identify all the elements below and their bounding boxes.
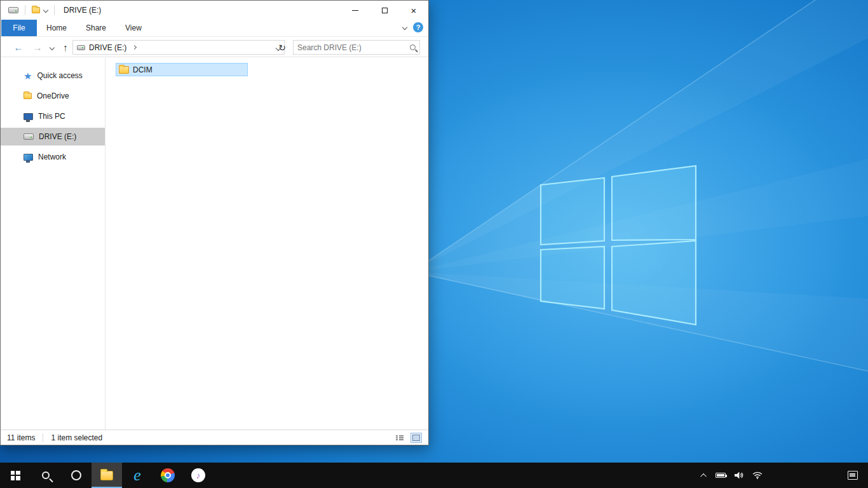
- ribbon-tab-bar: File Home Share View: [1, 20, 428, 36]
- folder-icon[interactable]: [32, 7, 40, 13]
- tab-share[interactable]: Share: [76, 20, 116, 36]
- sidebar-item-label: OneDrive: [37, 92, 69, 100]
- file-explorer-icon: [100, 471, 113, 480]
- start-button[interactable]: [0, 463, 31, 488]
- music-note-icon: ♪: [196, 471, 201, 480]
- cortana-icon: [71, 470, 81, 480]
- navigation-bar: ← → ↑ DRIVE (E:) ↻: [1, 36, 428, 57]
- navigation-pane: ★ Quick access OneDrive This PC DRIVE (E…: [1, 58, 105, 430]
- sidebar-item-network[interactable]: Network: [1, 148, 105, 166]
- sidebar-item-label: This PC: [38, 112, 65, 121]
- cortana-button[interactable]: [61, 463, 92, 488]
- taskbar-search-button[interactable]: [31, 463, 61, 488]
- itunes-button[interactable]: ♪: [183, 463, 214, 488]
- tab-home[interactable]: Home: [37, 20, 76, 36]
- selection-count: 1 item selected: [51, 433, 102, 442]
- windows-logo-icon: [11, 471, 20, 480]
- recent-locations-dropdown[interactable]: [46, 37, 58, 58]
- maximize-button[interactable]: [370, 1, 399, 20]
- itunes-icon: ♪: [191, 468, 205, 482]
- breadcrumb-path[interactable]: DRIVE (E:): [89, 43, 126, 52]
- details-view-icon: [396, 435, 403, 441]
- divider: [25, 5, 25, 15]
- tab-view[interactable]: View: [116, 20, 151, 36]
- taskbar: e ♪: [0, 463, 868, 488]
- large-icons-view-icon: [412, 435, 420, 441]
- items-count: 11 items: [7, 433, 35, 442]
- volume-icon[interactable]: [735, 471, 743, 479]
- status-bar: 11 items 1 item selected: [1, 430, 428, 445]
- chevron-down-icon[interactable]: [43, 8, 48, 13]
- star-icon: ★: [24, 71, 32, 81]
- expand-ribbon-icon[interactable]: [402, 25, 407, 30]
- divider: [43, 433, 43, 442]
- back-button[interactable]: ←: [11, 37, 26, 58]
- folder-icon: [119, 66, 129, 74]
- window-controls: ×: [341, 1, 428, 20]
- search-icon: [42, 471, 50, 479]
- show-hidden-icons-button[interactable]: [700, 473, 707, 479]
- up-button[interactable]: ↑: [58, 37, 73, 58]
- action-center-button[interactable]: [848, 471, 858, 480]
- minimize-icon: [352, 10, 358, 11]
- large-icons-view-button[interactable]: [410, 433, 422, 443]
- sidebar-item-label: Quick access: [37, 71, 82, 80]
- system-tray: [702, 463, 868, 488]
- file-list-area[interactable]: DCIM: [105, 58, 428, 430]
- sidebar-item-quick-access[interactable]: ★ Quick access: [1, 67, 105, 85]
- window-title: DRIVE (E:): [64, 6, 101, 15]
- sidebar-item-this-pc[interactable]: This PC: [1, 107, 105, 125]
- taskbar-file-explorer-button[interactable]: [92, 463, 122, 488]
- sidebar-item-label: Network: [38, 152, 66, 161]
- file-item-label: DCIM: [133, 65, 153, 74]
- details-view-button[interactable]: [394, 433, 405, 443]
- drive-icon: [24, 133, 34, 140]
- quick-access-toolbar: DRIVE (E:): [1, 5, 101, 15]
- forward-button[interactable]: →: [30, 37, 45, 58]
- title-bar[interactable]: DRIVE (E:) ×: [1, 1, 428, 20]
- internet-explorer-button[interactable]: e: [122, 463, 153, 488]
- refresh-button[interactable]: ↻: [275, 40, 289, 55]
- close-icon: ×: [411, 6, 417, 15]
- divider: [54, 5, 55, 15]
- breadcrumb-chevron-icon[interactable]: [132, 45, 137, 50]
- sidebar-item-drive-e[interactable]: DRIVE (E:): [1, 128, 105, 146]
- chevron-down-icon: [50, 44, 55, 50]
- ribbon-right-controls: ?: [403, 22, 423, 32]
- view-toggles: [394, 433, 422, 443]
- help-button[interactable]: ?: [413, 22, 423, 32]
- window-body: ★ Quick access OneDrive This PC DRIVE (E…: [1, 58, 428, 430]
- sidebar-item-onedrive[interactable]: OneDrive: [1, 87, 105, 105]
- search-input[interactable]: [297, 43, 410, 52]
- network-icon: [24, 154, 33, 161]
- search-icon[interactable]: [410, 44, 416, 50]
- battery-icon[interactable]: [715, 473, 726, 478]
- internet-explorer-icon: e: [133, 467, 141, 484]
- folder-icon: [24, 93, 32, 99]
- computer-icon: [24, 113, 33, 120]
- network-wifi-icon[interactable]: [752, 471, 763, 479]
- drive-icon: [8, 7, 18, 13]
- tab-file[interactable]: File: [1, 20, 37, 36]
- close-button[interactable]: ×: [399, 1, 428, 20]
- chrome-button[interactable]: [153, 463, 183, 488]
- drive-icon: [77, 45, 85, 50]
- maximize-icon: [382, 8, 388, 13]
- sidebar-item-label: DRIVE (E:): [39, 132, 76, 141]
- minimize-button[interactable]: [341, 1, 370, 20]
- file-item-dcim[interactable]: DCIM: [116, 63, 248, 76]
- file-explorer-window: DRIVE (E:) × File Home Share View ? ← → …: [0, 0, 429, 445]
- address-bar[interactable]: DRIVE (E:): [72, 40, 285, 55]
- search-box: [293, 40, 420, 55]
- chrome-icon: [161, 468, 175, 482]
